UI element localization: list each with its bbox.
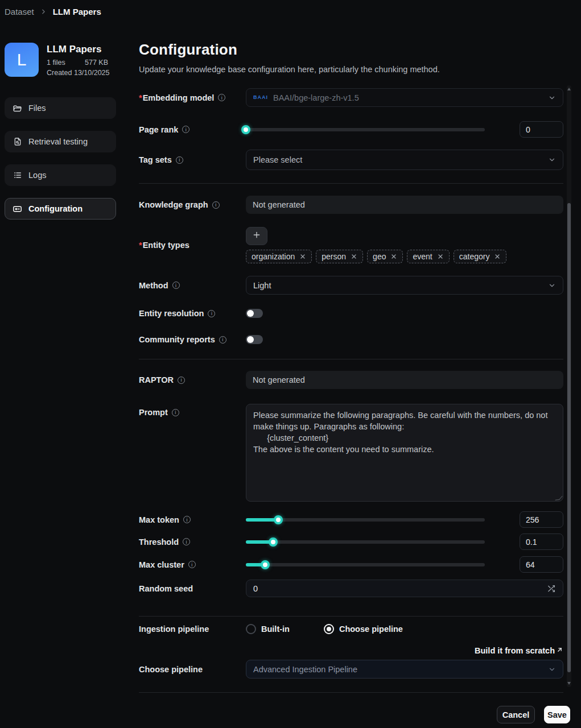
page-rank-input[interactable] xyxy=(520,121,563,138)
remove-tag-icon[interactable] xyxy=(494,253,501,260)
threshold-slider[interactable] xyxy=(246,537,485,547)
cancel-button[interactable]: Cancel xyxy=(497,706,535,723)
section-divider xyxy=(139,359,563,359)
scroll-down-arrow[interactable] xyxy=(567,682,571,685)
raptor-row: RAPTORi Not generated xyxy=(139,371,563,389)
tag-sets-select[interactable]: Please select xyxy=(246,150,563,170)
remove-tag-icon[interactable] xyxy=(437,253,444,260)
info-icon[interactable]: i xyxy=(183,538,190,545)
remove-tag-icon[interactable] xyxy=(299,253,306,260)
remove-tag-icon[interactable] xyxy=(351,253,357,260)
chevron-down-icon xyxy=(548,156,556,164)
field-label: Tag sets xyxy=(139,155,172,164)
baai-logo: BAAI xyxy=(253,94,268,100)
slider-thumb[interactable] xyxy=(274,515,283,524)
sidebar-item-label: Logs xyxy=(28,171,46,180)
embedding-model-select[interactable]: BAAI BAAI/bge-large-zh-v1.5 xyxy=(246,88,563,107)
sidebar-item-retrieval-testing[interactable]: Retrieval testing xyxy=(5,131,116,152)
max-cluster-input[interactable] xyxy=(520,556,563,573)
slider-thumb[interactable] xyxy=(241,125,250,134)
field-label: Knowledge graph xyxy=(139,200,208,209)
chevron-down-icon xyxy=(548,94,556,102)
max-cluster-slider[interactable] xyxy=(246,560,485,569)
knowledge-base-configuration-page: Dataset LLM Papers L LLM Papers 1 files … xyxy=(0,0,581,728)
choose-pipeline-value: Advanced Ingestion Pipeline xyxy=(253,665,357,674)
knowledge-graph-status: Not generated xyxy=(246,196,563,214)
remove-tag-icon[interactable] xyxy=(390,253,397,260)
breadcrumb-dataset[interactable]: Dataset xyxy=(5,7,34,16)
threshold-input[interactable] xyxy=(520,533,563,550)
list-icon xyxy=(13,171,22,180)
field-label: Community reports xyxy=(139,335,215,344)
method-select[interactable]: Light xyxy=(246,276,563,295)
chevron-down-icon xyxy=(548,665,556,673)
max-token-slider[interactable] xyxy=(246,515,485,524)
radio-icon xyxy=(324,624,334,634)
info-icon[interactable]: i xyxy=(172,409,179,416)
chevron-down-icon xyxy=(548,282,556,289)
field-label: RAPTOR xyxy=(139,375,174,384)
page-rank-slider[interactable] xyxy=(246,125,485,134)
shuffle-icon[interactable] xyxy=(547,584,556,593)
prompt-row: Prompti Please summarize the following p… xyxy=(139,404,563,502)
field-label: Page rank xyxy=(139,125,178,134)
sidebar-item-label: Retrieval testing xyxy=(28,137,88,146)
info-icon[interactable]: i xyxy=(218,94,225,101)
info-icon[interactable]: i xyxy=(182,126,189,133)
max-token-row: Max tokeni xyxy=(139,511,563,528)
field-label: Method xyxy=(139,281,168,290)
dataset-file-count: 1 files xyxy=(47,59,65,67)
knowledge-graph-row: Knowledge graphi Not generated xyxy=(139,196,563,214)
raptor-status: Not generated xyxy=(246,371,563,389)
field-label: Entity types xyxy=(139,241,189,250)
info-icon[interactable]: i xyxy=(183,516,191,523)
dataset-size: 577 KB xyxy=(85,59,108,67)
sidebar-item-files[interactable]: Files xyxy=(5,97,116,119)
add-entity-type-button[interactable] xyxy=(246,227,267,245)
vertical-scrollbar[interactable] xyxy=(567,85,571,687)
sidebar-item-label: Configuration xyxy=(28,204,83,213)
info-icon[interactable]: i xyxy=(172,282,180,289)
entity-tag: event xyxy=(407,250,449,263)
save-button[interactable]: Save xyxy=(544,706,570,723)
info-icon[interactable]: i xyxy=(208,310,215,317)
external-link-icon xyxy=(556,646,563,655)
entity-resolution-toggle[interactable] xyxy=(246,309,263,318)
radio-choose-pipeline[interactable]: Choose pipeline xyxy=(324,624,403,634)
entity-tag: organization xyxy=(246,250,312,263)
slider-thumb[interactable] xyxy=(261,560,270,569)
breadcrumb: Dataset LLM Papers xyxy=(5,7,101,16)
dataset-created-date: Created 13/10/2025 xyxy=(47,69,110,77)
info-icon[interactable]: i xyxy=(178,377,185,384)
radio-label: Built-in xyxy=(261,624,290,634)
radio-built-in[interactable]: Built-in xyxy=(246,624,290,634)
field-label: Max token xyxy=(139,515,179,524)
scroll-up-arrow[interactable] xyxy=(567,88,571,90)
prompt-textarea[interactable]: Please summarize the following paragraph… xyxy=(246,404,563,502)
entity-type-tags: organization person geo event category xyxy=(246,250,506,263)
slider-thumb[interactable] xyxy=(269,537,278,547)
file-search-icon xyxy=(13,137,22,147)
choose-pipeline-select[interactable]: Advanced Ingestion Pipeline xyxy=(246,660,563,679)
sidebar-item-configuration[interactable]: Configuration xyxy=(5,198,116,220)
info-icon[interactable]: i xyxy=(219,336,226,344)
configuration-panel: Configuration Update your knowledge base… xyxy=(139,0,563,728)
max-token-input[interactable] xyxy=(520,511,563,528)
build-from-scratch-link[interactable]: Build it from scratch xyxy=(475,646,563,655)
community-reports-toggle[interactable] xyxy=(246,335,263,344)
section-divider xyxy=(139,616,563,617)
ingestion-pipeline-radio-group: Built-in Choose pipeline xyxy=(246,624,403,634)
radio-icon xyxy=(246,624,256,634)
info-icon[interactable]: i xyxy=(188,561,196,568)
info-icon[interactable]: i xyxy=(212,201,220,209)
sidebar-item-logs[interactable]: Logs xyxy=(5,164,116,186)
page-rank-row: Page ranki xyxy=(139,121,563,138)
radio-label: Choose pipeline xyxy=(339,624,403,634)
info-icon[interactable]: i xyxy=(176,156,183,164)
random-seed-input[interactable] xyxy=(253,584,547,593)
entity-tag: person xyxy=(316,250,363,263)
scrollbar-thumb[interactable] xyxy=(567,203,571,672)
choose-pipeline-row: Choose pipeline Advanced Ingestion Pipel… xyxy=(139,660,563,679)
sidebar-item-label: Files xyxy=(28,104,46,113)
field-label: Embedding model xyxy=(139,93,214,102)
